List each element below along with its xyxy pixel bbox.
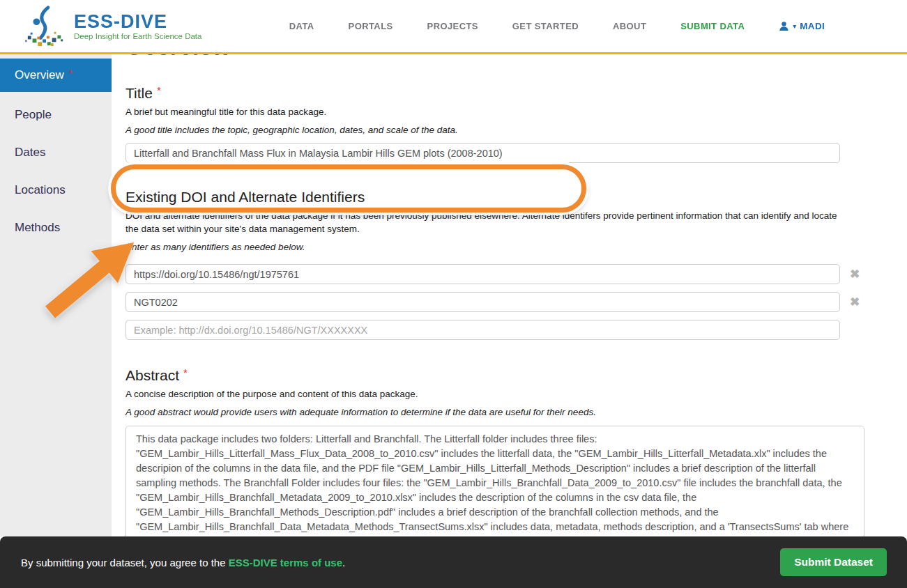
identifier-input-2[interactable] (125, 292, 840, 312)
user-icon (779, 21, 789, 31)
sidebar-item-locations[interactable]: Locations (0, 171, 112, 209)
remove-identifier-icon[interactable]: ✖ (840, 267, 869, 281)
required-asterisk: * (183, 366, 188, 378)
sidebar-item-label: Methods (15, 221, 60, 235)
sidebar-item-people[interactable]: People (0, 96, 112, 134)
logo-tagline: Deep Insight for Earth Science Data (74, 32, 201, 40)
nav-item-get-started[interactable]: GET STARTED (512, 21, 579, 31)
page-title: Overview (125, 54, 907, 60)
required-asterisk: * (69, 68, 73, 79)
diver-logo-icon (24, 5, 67, 48)
identifier-list: ✖ ✖ (125, 264, 907, 340)
abstract-section-heading: Abstract* (125, 364, 907, 385)
sidebar-item-overview[interactable]: Overview * (0, 59, 112, 92)
logo-title: ESS-DIVE (74, 13, 201, 31)
nav-item-about[interactable]: ABOUT (613, 21, 646, 31)
abstract-hint: A good abstract would provide users with… (125, 405, 907, 419)
nav-item-projects[interactable]: PROJECTS (427, 21, 478, 31)
terms-of-use-link[interactable]: ESS-DIVE terms of use (229, 557, 342, 568)
abstract-section: Abstract* A concise description of the p… (125, 364, 907, 536)
sidebar-item-label: Dates (15, 146, 45, 160)
title-description: A brief but meaningful title for this da… (125, 105, 848, 118)
logo-text: ESS-DIVE Deep Insight for Earth Science … (74, 13, 201, 40)
top-navbar: ESS-DIVE Deep Insight for Earth Science … (0, 0, 907, 54)
submit-dataset-button[interactable]: Submit Dataset (780, 548, 887, 576)
identifier-row: ✖ (125, 264, 907, 284)
sidebar-item-label: Overview (15, 68, 64, 82)
sidebar-item-label: People (15, 108, 52, 122)
username-label: MADI (800, 21, 825, 31)
primary-nav: DATA PORTALS PROJECTS GET STARTED ABOUT … (289, 21, 825, 31)
submit-footer: By submitting your dataset, you agree to… (0, 536, 907, 588)
abstract-textarea[interactable]: This data package includes two folders: … (125, 426, 864, 536)
nav-item-submit-data[interactable]: SUBMIT DATA (680, 21, 745, 31)
chevron-down-icon: ▾ (793, 22, 796, 30)
terms-agreement-text: By submitting your dataset, you agree to… (21, 557, 345, 568)
ess-dive-logo[interactable]: ESS-DIVE Deep Insight for Earth Science … (24, 5, 201, 48)
doi-section: Existing DOI and Alternate Identifiers D… (125, 188, 907, 340)
title-input[interactable] (125, 143, 840, 163)
identifier-input-3[interactable] (125, 320, 840, 340)
user-menu[interactable]: ▾ MADI (779, 21, 825, 31)
required-asterisk: * (157, 84, 161, 96)
title-hint: A good title includes the topic, geograp… (125, 123, 907, 137)
agreement-prefix: By submitting your dataset, you agree to… (21, 557, 229, 568)
identifier-row: ✖ (125, 292, 907, 312)
sidebar-item-dates[interactable]: Dates (0, 134, 112, 171)
nav-item-portals[interactable]: PORTALS (349, 21, 393, 31)
page-title-clipped: Overview (125, 54, 907, 61)
form-section-sidebar: Overview * People Dates Locations Method… (0, 54, 112, 536)
overview-form: Overview Title* A brief but meaningful t… (112, 54, 907, 536)
ess-dive-app: ESS-DIVE Deep Insight for Earth Science … (0, 0, 907, 588)
sidebar-item-label: Locations (15, 183, 66, 197)
identifier-row (125, 320, 907, 340)
agreement-suffix: . (342, 557, 345, 568)
remove-identifier-icon[interactable]: ✖ (840, 295, 869, 309)
nav-item-data[interactable]: DATA (289, 21, 314, 31)
sidebar-item-methods[interactable]: Methods (0, 209, 112, 247)
doi-description: DOI and alternate identifiers of the dat… (125, 209, 848, 235)
doi-hint: Enter as many identifiers as needed belo… (125, 240, 907, 254)
identifier-input-1[interactable] (125, 264, 840, 284)
doi-section-heading: Existing DOI and Alternate Identifiers (125, 188, 907, 206)
title-section-heading: Title* (125, 82, 907, 102)
abstract-description: A concise description of the purpose and… (125, 387, 848, 401)
